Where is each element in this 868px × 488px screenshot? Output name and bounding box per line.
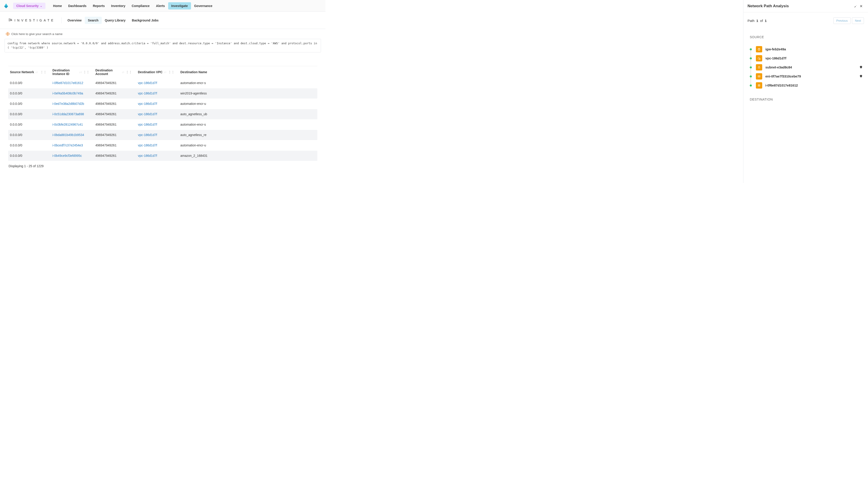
- cell-instance-link[interactable]: i-0f6e87d1017e81612: [51, 81, 94, 85]
- cell-vpc-link[interactable]: vpc-186d1d7f: [136, 133, 179, 137]
- cell-name: automation-encr-s: [179, 81, 317, 85]
- top-nav: Cloud Security ⌄ HomeDashboardsReportsIn…: [0, 0, 326, 12]
- cell-instance-link[interactable]: i-0c0bfe28124967c41: [51, 123, 94, 126]
- cell-account: 496947949261: [94, 123, 136, 126]
- cell-vpc-link[interactable]: vpc-186d1d7f: [136, 102, 179, 105]
- product-name: Cloud Security: [16, 4, 39, 8]
- cell-source-network: 0.0.0.0/0: [8, 154, 51, 158]
- sub-header: INVESTIGATE OverviewSearchQuery LibraryB…: [0, 12, 326, 29]
- nav-alerts[interactable]: Alerts: [153, 2, 168, 9]
- tab-query-library[interactable]: Query Library: [102, 17, 129, 24]
- sort-icon: ↓↑: [35, 71, 38, 73]
- cell-instance-link[interactable]: i-0bcedf7c37e2454e3: [51, 143, 94, 147]
- table-row[interactable]: 0.0.0.0/0i-0ed7e38a2d8b07d2b496947949261…: [8, 99, 317, 109]
- tab-background-jobs[interactable]: Background Jobs: [129, 17, 162, 24]
- tab-overview[interactable]: Overview: [64, 17, 85, 24]
- chevron-down-icon: ⌄: [40, 4, 42, 7]
- nav-investigate[interactable]: Investigate: [168, 2, 191, 9]
- sort-icon: ↓↑: [164, 71, 166, 73]
- cell-name: auto_agnetless_re: [179, 133, 317, 137]
- table-row[interactable]: 0.0.0.0/0i-0c51dda230873a698496947949261…: [8, 109, 317, 119]
- cell-source-network: 0.0.0.0/0: [8, 123, 51, 126]
- table-row[interactable]: 0.0.0.0/0i-0ef4a5b408c0b749a496947949261…: [8, 88, 317, 98]
- cell-source-network: 0.0.0.0/0: [8, 102, 51, 105]
- column-header-destination-instance[interactable]: Destination Instance ID↓↑⋮⋮: [51, 66, 94, 78]
- page-title: INVESTIGATE: [14, 19, 55, 22]
- drag-handle-icon[interactable]: ⋮⋮: [126, 70, 134, 74]
- cell-vpc-link[interactable]: vpc-186d1d7f: [136, 92, 179, 95]
- investigate-icon: [8, 18, 12, 23]
- cell-account: 496947949261: [94, 143, 136, 147]
- cell-vpc-link[interactable]: vpc-186d1d7f: [136, 154, 179, 158]
- svg-line-4: [11, 20, 12, 21]
- table-row[interactable]: 0.0.0.0/0i-0b49ce9cf3efd995c496947949261…: [8, 151, 317, 161]
- cell-instance-link[interactable]: i-0c51dda230873a698: [51, 112, 94, 116]
- nav-home[interactable]: Home: [50, 2, 65, 9]
- nav-reports[interactable]: Reports: [90, 2, 108, 9]
- drag-handle-icon[interactable]: ⋮⋮: [40, 70, 49, 74]
- cell-account: 496947949261: [94, 133, 136, 137]
- query-input[interactable]: config from network where source.network…: [4, 39, 321, 53]
- cell-vpc-link[interactable]: vpc-186d1d7f: [136, 143, 179, 147]
- table-row[interactable]: 0.0.0.0/0i-0bda881b49b1b9534496947949261…: [8, 130, 317, 140]
- cell-name: automation-encr-u: [179, 102, 317, 105]
- column-header-source-network[interactable]: Source Network↓↑⋮⋮: [8, 68, 51, 76]
- drag-handle-icon[interactable]: ⋮⋮: [83, 70, 92, 74]
- table-row[interactable]: 0.0.0.0/0i-0f6e87d1017e81612496947949261…: [8, 78, 317, 88]
- cell-account: 496947949261: [94, 154, 136, 158]
- results-table: Source Network↓↑⋮⋮ Destination Instance …: [4, 66, 321, 161]
- nav-compliance[interactable]: Compliance: [129, 2, 153, 9]
- sort-icon: ↓↑: [122, 71, 124, 73]
- table-row[interactable]: 0.0.0.0/0i-0bcedf7c37e2454e3496947949261…: [8, 140, 317, 151]
- table-row[interactable]: 0.0.0.0/0i-0c0bfe28124967c41496947949261…: [8, 120, 317, 130]
- nav-inventory[interactable]: Inventory: [108, 2, 129, 9]
- cell-name: automation-encr-s: [179, 123, 317, 126]
- cell-source-network: 0.0.0.0/0: [8, 133, 51, 137]
- brand-logo: [3, 3, 9, 9]
- cell-source-network: 0.0.0.0/0: [8, 112, 51, 116]
- cell-account: 496947949261: [94, 92, 136, 95]
- page-context: INVESTIGATE: [8, 18, 55, 23]
- sort-icon: ↓↑: [79, 71, 82, 73]
- cell-vpc-link[interactable]: vpc-186d1d7f: [136, 81, 179, 85]
- cell-account: 496947949261: [94, 102, 136, 105]
- pagination-summary: Displaying 1 - 25 of 1229: [4, 161, 321, 171]
- globe-icon: [6, 32, 9, 36]
- cell-instance-link[interactable]: i-0b49ce9cf3efd995c: [51, 154, 94, 158]
- table-header: Source Network↓↑⋮⋮ Destination Instance …: [8, 66, 317, 78]
- cell-instance-link[interactable]: i-0bda881b49b1b9534: [51, 133, 94, 137]
- cell-source-network: 0.0.0.0/0: [8, 92, 51, 95]
- cell-vpc-link[interactable]: vpc-186d1d7f: [136, 112, 179, 116]
- product-switcher[interactable]: Cloud Security ⌄: [13, 3, 45, 9]
- cell-source-network: 0.0.0.0/0: [8, 81, 51, 85]
- divider: [61, 18, 62, 23]
- cell-instance-link[interactable]: i-0ed7e38a2d8b07d2b: [51, 102, 94, 105]
- cell-name: win2019-agentless: [179, 92, 317, 95]
- search-name-row[interactable]: Click here to give your search a name: [4, 29, 321, 39]
- nav-dashboards[interactable]: Dashboards: [65, 2, 90, 9]
- search-name-prompt: Click here to give your search a name: [11, 32, 63, 36]
- cell-vpc-link[interactable]: vpc-186d1d7f: [136, 123, 179, 126]
- nav-governance[interactable]: Governance: [191, 2, 216, 9]
- column-header-destination-name[interactable]: Destination Name: [179, 68, 317, 76]
- tab-search[interactable]: Search: [85, 17, 102, 24]
- column-header-destination-vpc[interactable]: Destination VPC↓↑⋮⋮: [136, 68, 179, 76]
- drag-handle-icon[interactable]: ⋮⋮: [168, 70, 177, 74]
- cell-instance-link[interactable]: i-0ef4a5b408c0b749a: [51, 92, 94, 95]
- cell-name: automation-encr-u: [179, 143, 317, 147]
- cell-name: amazon_2_168431: [179, 154, 317, 158]
- cell-name: auto_agnetless_ub: [179, 112, 317, 116]
- main-content: Click here to give your search a name co…: [0, 29, 326, 171]
- svg-point-3: [10, 19, 12, 21]
- cell-account: 496947949261: [94, 112, 136, 116]
- cell-account: 496947949261: [94, 81, 136, 85]
- column-header-destination-account[interactable]: Destination Account↓↑⋮⋮: [94, 66, 136, 78]
- cell-source-network: 0.0.0.0/0: [8, 143, 51, 147]
